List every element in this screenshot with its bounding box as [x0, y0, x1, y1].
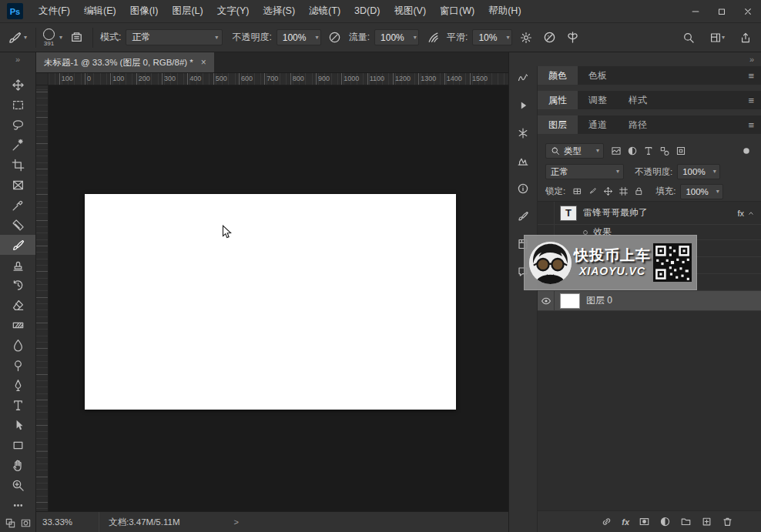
panel-menu-icon[interactable]: ≡	[748, 70, 754, 82]
crop-tool[interactable]	[0, 155, 35, 175]
clone-stamp-tool[interactable]	[0, 255, 35, 275]
actions-play-icon[interactable]	[515, 99, 531, 112]
tool-preset-picker[interactable]: ▾	[6, 31, 28, 45]
panel-tab-0-1[interactable]: 色板	[578, 66, 618, 85]
type-tool[interactable]	[0, 395, 35, 415]
panel-tab-0-0[interactable]: 颜色	[538, 66, 578, 85]
layer-fill-input[interactable]: 100% ▾	[680, 184, 723, 199]
panel-tab-2-0[interactable]: 图层	[538, 115, 578, 134]
caret-down-icon[interactable]: ▾	[59, 35, 62, 41]
panel-tab-1-2[interactable]: 样式	[618, 91, 658, 109]
quick-mask-icon[interactable]	[20, 517, 32, 529]
brush-tip-icon[interactable]	[515, 126, 531, 139]
panel-tab-2-1[interactable]: 通道	[578, 115, 618, 134]
smart-filter-icon[interactable]	[673, 144, 688, 159]
menu-help[interactable]: 帮助(H)	[481, 0, 528, 23]
layer-opacity-input[interactable]: 100% ▾	[677, 164, 720, 179]
close-document-icon[interactable]: ×	[201, 57, 206, 68]
more-icon[interactable]	[0, 495, 35, 515]
maximize-button[interactable]	[709, 0, 735, 23]
move-tool[interactable]	[0, 75, 35, 95]
brush-preset-button[interactable]: 391	[43, 28, 55, 47]
type-filter-icon[interactable]	[641, 144, 655, 159]
menu-image[interactable]: 图像(I)	[123, 0, 166, 23]
link-layers-icon[interactable]	[601, 516, 612, 527]
layer-group-icon[interactable]	[680, 516, 692, 527]
panel-tab-2-2[interactable]: 路径	[618, 115, 658, 134]
smoothing-options-button[interactable]	[517, 28, 535, 47]
panel-menu-icon[interactable]: ≡	[748, 119, 754, 131]
status-options-chevron[interactable]: >	[190, 517, 238, 527]
history-brush-tool[interactable]	[0, 275, 35, 295]
layer-effects-badge[interactable]: fx	[737, 209, 755, 218]
menu-filter[interactable]: 滤镜(T)	[302, 0, 347, 23]
search-button[interactable]	[679, 28, 698, 47]
layer-row[interactable]: 图层 0	[538, 291, 761, 311]
path-selection-tool[interactable]	[0, 415, 35, 435]
layer-row[interactable]: T雷锋哥哥最帅了fx	[538, 202, 761, 225]
eraser-tool[interactable]	[0, 295, 35, 315]
zoom-level-field[interactable]: 33.33%	[36, 512, 99, 532]
layer-visibility-toggle[interactable]	[538, 202, 555, 224]
panel-menu-icon[interactable]: ≡	[748, 95, 754, 106]
document-size-info[interactable]: 文档:3.47M/5.11M	[99, 517, 190, 528]
info-icon[interactable]	[515, 182, 531, 195]
spot-healing-brush-tool[interactable]	[0, 215, 35, 235]
panel-tab-1-0[interactable]: 属性	[538, 91, 578, 109]
lock-all-icon[interactable]	[632, 184, 646, 199]
foreground-background-colors-icon[interactable]	[5, 517, 16, 529]
gradient-tool[interactable]	[0, 315, 35, 335]
toggle-brush-settings-button[interactable]	[67, 28, 85, 47]
photoshop-logo[interactable]: Ps	[7, 3, 23, 19]
expand-tools-dock-button[interactable]: »	[0, 52, 35, 65]
share-button[interactable]	[736, 28, 755, 47]
menu-select[interactable]: 选择(S)	[256, 0, 302, 23]
pen-tool[interactable]	[0, 375, 35, 395]
pressure-size-button[interactable]	[540, 28, 558, 47]
lock-artboard-icon[interactable]	[616, 184, 631, 199]
menu-edit[interactable]: 编辑(E)	[77, 0, 123, 23]
minimize-button[interactable]	[682, 0, 709, 23]
collapse-panels-button[interactable]: »	[509, 52, 761, 66]
rectangular-marquee-tool[interactable]	[0, 95, 35, 115]
adjustment-layer-icon[interactable]	[659, 516, 671, 527]
canvas[interactable]	[85, 194, 456, 410]
text-layer-thumbnail[interactable]: T	[560, 206, 577, 221]
blur-tool[interactable]	[0, 335, 35, 355]
document-tab[interactable]: 未标题-1 @ 33.3% (图层 0, RGB/8#) * ×	[36, 52, 214, 72]
pixel-filter-icon[interactable]	[608, 144, 623, 159]
shape-filter-icon[interactable]	[657, 144, 672, 159]
dodge-tool[interactable]	[0, 355, 35, 375]
ruler-origin-corner[interactable]	[36, 73, 49, 85]
menu-file[interactable]: 文件(F)	[32, 0, 77, 23]
menu-type[interactable]: 文字(Y)	[210, 0, 256, 23]
layer-thumbnail[interactable]	[560, 293, 580, 309]
object-selection-tool[interactable]	[0, 135, 35, 155]
menu-view[interactable]: 视图(V)	[387, 0, 433, 23]
brushes-icon[interactable]	[515, 209, 531, 223]
blend-mode-select[interactable]: 正常 ▾	[126, 29, 223, 45]
hand-tool[interactable]	[0, 455, 35, 475]
delete-layer-icon[interactable]	[722, 516, 733, 527]
layer-visibility-toggle[interactable]	[538, 291, 555, 310]
new-layer-icon[interactable]	[701, 516, 712, 527]
menu-layer[interactable]: 图层(L)	[165, 0, 210, 23]
canvas-pasteboard[interactable]	[49, 85, 508, 511]
lock-transparent-icon[interactable]	[570, 184, 585, 199]
eyedropper-tool[interactable]	[0, 195, 35, 215]
panel-tab-1-1[interactable]: 调整	[578, 91, 618, 109]
vertical-ruler[interactable]	[36, 85, 49, 511]
pressure-opacity-button[interactable]	[326, 28, 344, 47]
symmetry-button[interactable]	[563, 28, 582, 47]
airbrush-button[interactable]	[424, 28, 442, 47]
lock-position-icon[interactable]	[601, 184, 615, 199]
histogram-icon[interactable]	[515, 154, 531, 167]
layer-style-icon[interactable]: fx	[622, 517, 629, 527]
workspace-switcher[interactable]: ▾	[704, 28, 730, 47]
brush-tool[interactable]	[0, 235, 35, 255]
adjust-filter-icon[interactable]	[625, 144, 639, 159]
zoom-tool[interactable]	[0, 475, 35, 495]
flow-input[interactable]: 100% ▾	[374, 29, 419, 45]
lock-pixels-icon[interactable]	[585, 184, 600, 199]
filter-switch-button[interactable]	[739, 144, 753, 159]
